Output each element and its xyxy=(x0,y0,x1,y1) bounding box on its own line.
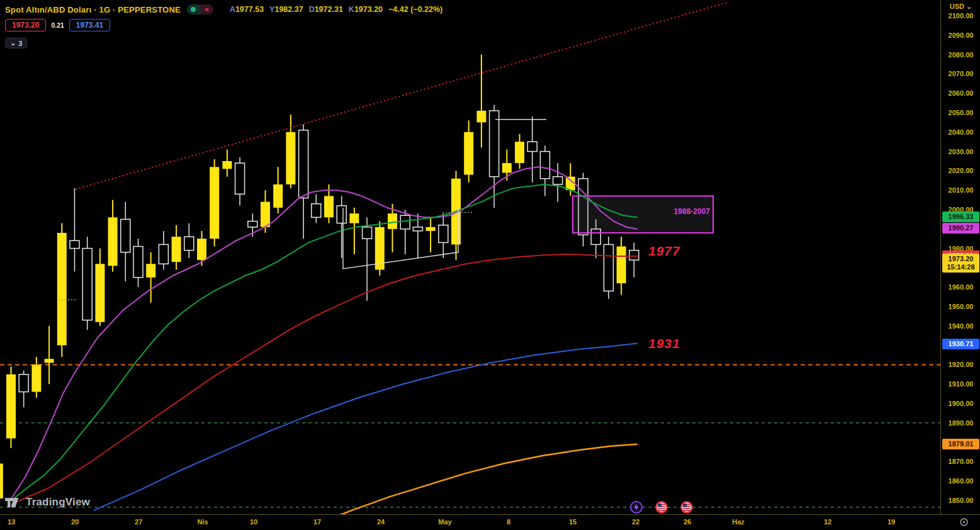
indicators-collapse-button[interactable]: ⌄ 3 xyxy=(5,38,27,48)
candle-body xyxy=(464,132,473,175)
price-axis-tick: 2090.00 xyxy=(941,31,980,39)
ohlc-letter: Y xyxy=(269,5,274,14)
change-value: −4.42 (−0.22%) xyxy=(388,5,442,14)
candle-body xyxy=(222,161,232,169)
time-axis[interactable]: 132027Nis101724May8152226Haz1219 xyxy=(0,514,980,530)
sell-price-button[interactable]: 1973.20 xyxy=(5,19,46,31)
price-axis-tick: 2080.00 xyxy=(941,51,980,59)
time-axis-label: 15 xyxy=(569,518,577,526)
candle-body xyxy=(0,463,3,498)
price-axis-tick: 1950.00 xyxy=(941,303,980,310)
candle-body xyxy=(553,177,563,184)
candle-body xyxy=(604,244,613,291)
time-axis-label: May xyxy=(438,518,451,526)
ohlc-value: 1982.37 xyxy=(274,5,303,14)
candle-body xyxy=(235,163,245,194)
candle-body xyxy=(413,227,422,231)
candle-body xyxy=(70,240,79,248)
indicator-value-label: 1879.01 xyxy=(942,439,979,449)
time-axis-label: 22 xyxy=(632,518,639,526)
time-axis-label: 12 xyxy=(824,518,831,526)
price-axis-tick: 2010.00 xyxy=(941,186,980,194)
ohlc-value: 1973.20 xyxy=(354,5,383,14)
ma-slower-line xyxy=(94,344,637,510)
candle-body xyxy=(159,244,168,264)
price-axis-tick: 1890.00 xyxy=(941,419,980,427)
current-price-countdown-label: 1973.2015:14:28 xyxy=(942,254,979,273)
tradingview-chart-window: USD ⌄ 2100.002090.002080.002070.002060.0… xyxy=(0,0,980,530)
tradingview-logo-icon xyxy=(5,497,22,508)
candle-body xyxy=(6,375,16,439)
time-axis-label: 24 xyxy=(377,518,385,526)
candle-body xyxy=(133,247,143,278)
candlestick-chart[interactable] xyxy=(0,0,940,514)
ma-slowest-line xyxy=(313,444,637,514)
level-note-1931: 1931 xyxy=(648,336,680,351)
price-axis-tick: 2040.00 xyxy=(941,128,980,136)
candle-body xyxy=(540,152,549,179)
ohlc-letter: K xyxy=(349,5,354,14)
candle-body xyxy=(400,215,410,229)
time-axis-label: 13 xyxy=(8,518,15,526)
candle-body xyxy=(388,213,397,229)
time-axis-label: 19 xyxy=(887,518,895,526)
price-axis-tick: 2100.00 xyxy=(941,12,980,20)
delayed-data-icon: ≈ xyxy=(200,4,213,14)
candle-body xyxy=(108,217,118,266)
us-flag-event-icon[interactable] xyxy=(682,502,692,512)
price-axis-tick: 1940.00 xyxy=(941,322,980,330)
ohlc-value: 1977.53 xyxy=(235,5,264,14)
candle-body xyxy=(261,202,270,227)
price-axis-tick: 2070.00 xyxy=(941,70,980,77)
ohlc-values: A1977.53Y1982.37D1972.31K1973.20 xyxy=(230,5,388,14)
time-axis-label: 8 xyxy=(507,518,510,526)
indicator-value-label: 1996.33 xyxy=(942,211,979,222)
candle-body xyxy=(286,132,295,184)
candle-body xyxy=(184,237,194,251)
market-open-dot-icon xyxy=(187,4,200,14)
buy-price-button[interactable]: 1973.41 xyxy=(69,19,110,31)
price-axis-tick: 2050.00 xyxy=(941,109,980,116)
price-axis[interactable]: USD ⌄ 2100.002090.002080.002070.002060.0… xyxy=(940,0,980,514)
zone-range-label: 1988-2007 xyxy=(655,207,710,216)
price-axis-tick: 1920.00 xyxy=(941,361,980,368)
economic-event-flash-icon[interactable] xyxy=(631,502,642,513)
symbol-title[interactable]: Spot Altın/ABD Doları · 1G · PEPPERSTONE xyxy=(5,5,181,14)
timezone-settings-button[interactable] xyxy=(954,516,973,528)
chart-legend: Spot Altın/ABD Doları · 1G · PEPPERSTONE… xyxy=(5,4,442,48)
price-axis-tick: 1850.00 xyxy=(941,497,980,504)
candle-body xyxy=(527,142,537,151)
time-axis-label: Haz xyxy=(732,518,745,526)
candle-body xyxy=(172,237,181,262)
indicators-count: 3 xyxy=(18,40,22,47)
tradingview-watermark[interactable]: TradingView xyxy=(5,496,90,509)
candle-body xyxy=(337,206,346,223)
candle-body xyxy=(502,163,512,172)
candle-body xyxy=(299,130,308,198)
ma-slow-line xyxy=(11,254,637,504)
currency-dropdown[interactable]: USD ⌄ xyxy=(941,3,980,11)
tradingview-watermark-text: TradingView xyxy=(26,496,90,509)
candle-body xyxy=(617,247,626,284)
candle-body xyxy=(439,225,448,243)
candle-body xyxy=(57,233,67,346)
ohlc-value: 1972.31 xyxy=(315,5,343,14)
candle-body xyxy=(426,227,436,231)
ohlc-letter: A xyxy=(230,5,235,14)
ohlc-letter: D xyxy=(309,5,315,14)
time-axis-label: 10 xyxy=(250,518,257,526)
price-axis-tick: 1910.00 xyxy=(941,380,980,388)
candle-body xyxy=(349,213,359,223)
candle-body xyxy=(515,142,524,163)
candle-body xyxy=(476,111,486,122)
candle-body xyxy=(210,167,219,239)
price-axis-tick: 1870.00 xyxy=(941,458,980,465)
time-axis-label: 27 xyxy=(135,518,142,526)
price-axis-tick: 2020.00 xyxy=(941,167,980,174)
candle-body xyxy=(363,227,372,239)
time-axis-label: 26 xyxy=(684,518,691,526)
candle-body xyxy=(82,249,92,320)
candle-body xyxy=(273,184,283,208)
us-flag-event-icon[interactable] xyxy=(656,502,667,512)
market-status-pill[interactable]: ≈ xyxy=(187,4,213,14)
